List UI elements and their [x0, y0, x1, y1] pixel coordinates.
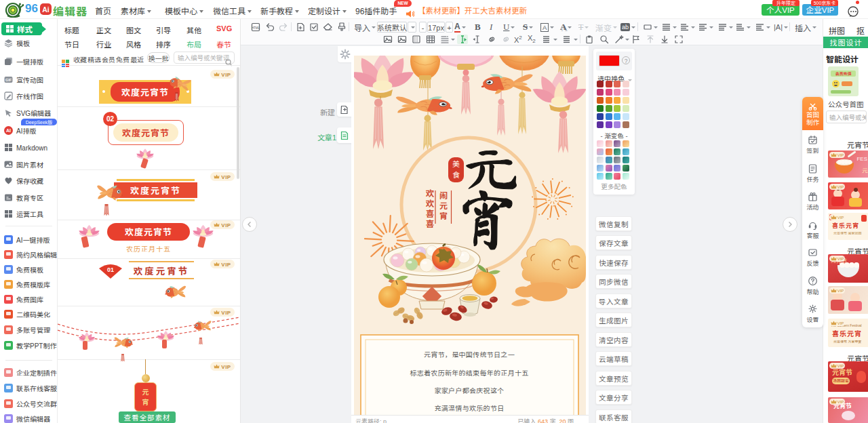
svg-text:标志着农历新年的结束每年的正月十五: 标志着农历新年的结束每年的正月十五 — [410, 367, 528, 378]
svg-text:宵: 宵 — [454, 186, 521, 250]
svg-text:元宵节，是中国传统节日之一: 元宵节，是中国传统节日之一 — [424, 349, 515, 359]
svg-text:喜: 喜 — [426, 217, 435, 230]
svg-text:充满温情与欢乐的节日: 充满温情与欢乐的节日 — [435, 403, 505, 413]
svg-text:元: 元 — [462, 144, 519, 191]
svg-text:美: 美 — [452, 158, 460, 169]
svg-text:HTML: HTML — [252, 26, 260, 30]
svg-text:宵: 宵 — [439, 209, 448, 221]
svg-text:食: 食 — [452, 169, 460, 180]
svg-text:GIF: GIF — [5, 78, 12, 82]
svg-text:家家户户都会庆祝这个: 家家户户都会庆祝这个 — [435, 385, 505, 395]
svg-text:01: 01 — [107, 266, 114, 273]
